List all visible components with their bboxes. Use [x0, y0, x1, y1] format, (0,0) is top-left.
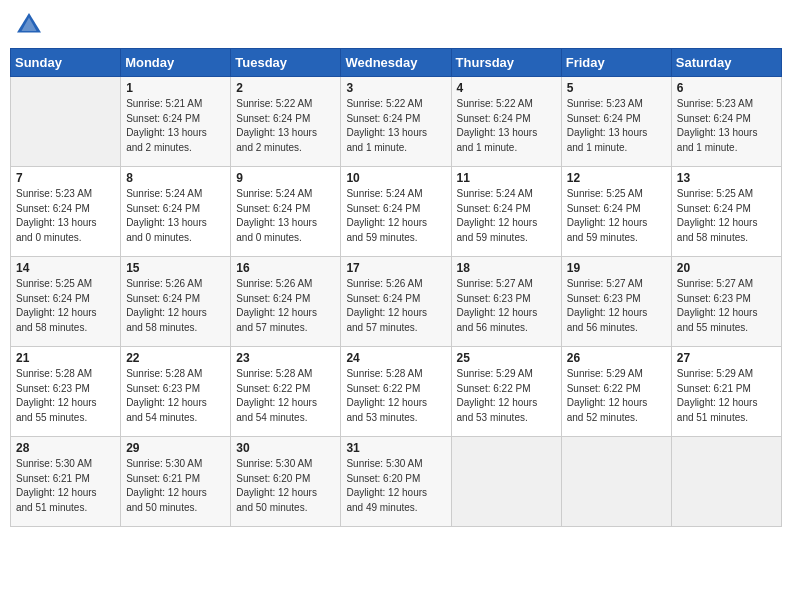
calendar-row: 1Sunrise: 5:21 AMSunset: 6:24 PMDaylight… [11, 77, 782, 167]
calendar-header-row: SundayMondayTuesdayWednesdayThursdayFrid… [11, 49, 782, 77]
day-number: 6 [677, 81, 776, 95]
calendar-table: SundayMondayTuesdayWednesdayThursdayFrid… [10, 48, 782, 527]
day-info: Sunrise: 5:30 AMSunset: 6:20 PMDaylight:… [346, 457, 445, 515]
calendar-cell: 25Sunrise: 5:29 AMSunset: 6:22 PMDayligh… [451, 347, 561, 437]
logo [14, 10, 48, 40]
calendar-cell: 3Sunrise: 5:22 AMSunset: 6:24 PMDaylight… [341, 77, 451, 167]
day-info: Sunrise: 5:24 AMSunset: 6:24 PMDaylight:… [126, 187, 225, 245]
calendar-cell: 26Sunrise: 5:29 AMSunset: 6:22 PMDayligh… [561, 347, 671, 437]
day-info: Sunrise: 5:27 AMSunset: 6:23 PMDaylight:… [567, 277, 666, 335]
calendar-cell: 14Sunrise: 5:25 AMSunset: 6:24 PMDayligh… [11, 257, 121, 347]
day-number: 31 [346, 441, 445, 455]
day-number: 25 [457, 351, 556, 365]
calendar-cell: 17Sunrise: 5:26 AMSunset: 6:24 PMDayligh… [341, 257, 451, 347]
day-number: 14 [16, 261, 115, 275]
day-number: 19 [567, 261, 666, 275]
calendar-cell [11, 77, 121, 167]
day-info: Sunrise: 5:29 AMSunset: 6:22 PMDaylight:… [567, 367, 666, 425]
day-info: Sunrise: 5:28 AMSunset: 6:23 PMDaylight:… [126, 367, 225, 425]
calendar-cell: 11Sunrise: 5:24 AMSunset: 6:24 PMDayligh… [451, 167, 561, 257]
day-info: Sunrise: 5:25 AMSunset: 6:24 PMDaylight:… [677, 187, 776, 245]
calendar-cell: 6Sunrise: 5:23 AMSunset: 6:24 PMDaylight… [671, 77, 781, 167]
day-number: 5 [567, 81, 666, 95]
day-number: 10 [346, 171, 445, 185]
day-number: 24 [346, 351, 445, 365]
calendar-row: 7Sunrise: 5:23 AMSunset: 6:24 PMDaylight… [11, 167, 782, 257]
calendar-cell: 13Sunrise: 5:25 AMSunset: 6:24 PMDayligh… [671, 167, 781, 257]
day-number: 15 [126, 261, 225, 275]
day-number: 13 [677, 171, 776, 185]
calendar-row: 14Sunrise: 5:25 AMSunset: 6:24 PMDayligh… [11, 257, 782, 347]
day-number: 23 [236, 351, 335, 365]
calendar-cell: 15Sunrise: 5:26 AMSunset: 6:24 PMDayligh… [121, 257, 231, 347]
day-info: Sunrise: 5:24 AMSunset: 6:24 PMDaylight:… [457, 187, 556, 245]
day-info: Sunrise: 5:26 AMSunset: 6:24 PMDaylight:… [236, 277, 335, 335]
calendar-cell: 1Sunrise: 5:21 AMSunset: 6:24 PMDaylight… [121, 77, 231, 167]
calendar-cell: 21Sunrise: 5:28 AMSunset: 6:23 PMDayligh… [11, 347, 121, 437]
calendar-cell: 5Sunrise: 5:23 AMSunset: 6:24 PMDaylight… [561, 77, 671, 167]
day-info: Sunrise: 5:23 AMSunset: 6:24 PMDaylight:… [677, 97, 776, 155]
day-info: Sunrise: 5:28 AMSunset: 6:22 PMDaylight:… [236, 367, 335, 425]
calendar-cell: 9Sunrise: 5:24 AMSunset: 6:24 PMDaylight… [231, 167, 341, 257]
calendar-cell: 2Sunrise: 5:22 AMSunset: 6:24 PMDaylight… [231, 77, 341, 167]
day-number: 3 [346, 81, 445, 95]
day-info: Sunrise: 5:22 AMSunset: 6:24 PMDaylight:… [236, 97, 335, 155]
day-info: Sunrise: 5:29 AMSunset: 6:22 PMDaylight:… [457, 367, 556, 425]
day-number: 2 [236, 81, 335, 95]
calendar-header-cell: Monday [121, 49, 231, 77]
day-info: Sunrise: 5:30 AMSunset: 6:21 PMDaylight:… [16, 457, 115, 515]
day-info: Sunrise: 5:23 AMSunset: 6:24 PMDaylight:… [16, 187, 115, 245]
day-info: Sunrise: 5:25 AMSunset: 6:24 PMDaylight:… [16, 277, 115, 335]
calendar-cell: 22Sunrise: 5:28 AMSunset: 6:23 PMDayligh… [121, 347, 231, 437]
calendar-cell: 12Sunrise: 5:25 AMSunset: 6:24 PMDayligh… [561, 167, 671, 257]
page-header [10, 10, 782, 40]
day-info: Sunrise: 5:26 AMSunset: 6:24 PMDaylight:… [126, 277, 225, 335]
calendar-cell: 16Sunrise: 5:26 AMSunset: 6:24 PMDayligh… [231, 257, 341, 347]
day-number: 29 [126, 441, 225, 455]
calendar-header-cell: Sunday [11, 49, 121, 77]
day-number: 28 [16, 441, 115, 455]
day-info: Sunrise: 5:28 AMSunset: 6:22 PMDaylight:… [346, 367, 445, 425]
day-number: 8 [126, 171, 225, 185]
day-info: Sunrise: 5:27 AMSunset: 6:23 PMDaylight:… [677, 277, 776, 335]
day-number: 20 [677, 261, 776, 275]
day-info: Sunrise: 5:28 AMSunset: 6:23 PMDaylight:… [16, 367, 115, 425]
calendar-cell: 29Sunrise: 5:30 AMSunset: 6:21 PMDayligh… [121, 437, 231, 527]
day-number: 16 [236, 261, 335, 275]
day-number: 9 [236, 171, 335, 185]
calendar-header-cell: Tuesday [231, 49, 341, 77]
day-number: 1 [126, 81, 225, 95]
calendar-cell: 31Sunrise: 5:30 AMSunset: 6:20 PMDayligh… [341, 437, 451, 527]
calendar-header-cell: Friday [561, 49, 671, 77]
calendar-cell [671, 437, 781, 527]
calendar-body: 1Sunrise: 5:21 AMSunset: 6:24 PMDaylight… [11, 77, 782, 527]
day-info: Sunrise: 5:29 AMSunset: 6:21 PMDaylight:… [677, 367, 776, 425]
calendar-cell: 18Sunrise: 5:27 AMSunset: 6:23 PMDayligh… [451, 257, 561, 347]
calendar-header-cell: Saturday [671, 49, 781, 77]
day-number: 26 [567, 351, 666, 365]
calendar-cell: 7Sunrise: 5:23 AMSunset: 6:24 PMDaylight… [11, 167, 121, 257]
day-info: Sunrise: 5:22 AMSunset: 6:24 PMDaylight:… [346, 97, 445, 155]
calendar-cell: 30Sunrise: 5:30 AMSunset: 6:20 PMDayligh… [231, 437, 341, 527]
day-number: 4 [457, 81, 556, 95]
day-number: 12 [567, 171, 666, 185]
day-info: Sunrise: 5:24 AMSunset: 6:24 PMDaylight:… [346, 187, 445, 245]
day-number: 21 [16, 351, 115, 365]
calendar-cell [561, 437, 671, 527]
calendar-header-cell: Wednesday [341, 49, 451, 77]
calendar-cell: 10Sunrise: 5:24 AMSunset: 6:24 PMDayligh… [341, 167, 451, 257]
day-number: 11 [457, 171, 556, 185]
day-number: 22 [126, 351, 225, 365]
day-number: 27 [677, 351, 776, 365]
day-number: 18 [457, 261, 556, 275]
day-info: Sunrise: 5:30 AMSunset: 6:21 PMDaylight:… [126, 457, 225, 515]
calendar-header-cell: Thursday [451, 49, 561, 77]
day-info: Sunrise: 5:25 AMSunset: 6:24 PMDaylight:… [567, 187, 666, 245]
day-info: Sunrise: 5:21 AMSunset: 6:24 PMDaylight:… [126, 97, 225, 155]
calendar-row: 28Sunrise: 5:30 AMSunset: 6:21 PMDayligh… [11, 437, 782, 527]
calendar-cell: 19Sunrise: 5:27 AMSunset: 6:23 PMDayligh… [561, 257, 671, 347]
day-info: Sunrise: 5:24 AMSunset: 6:24 PMDaylight:… [236, 187, 335, 245]
day-number: 30 [236, 441, 335, 455]
calendar-cell: 27Sunrise: 5:29 AMSunset: 6:21 PMDayligh… [671, 347, 781, 437]
day-info: Sunrise: 5:22 AMSunset: 6:24 PMDaylight:… [457, 97, 556, 155]
